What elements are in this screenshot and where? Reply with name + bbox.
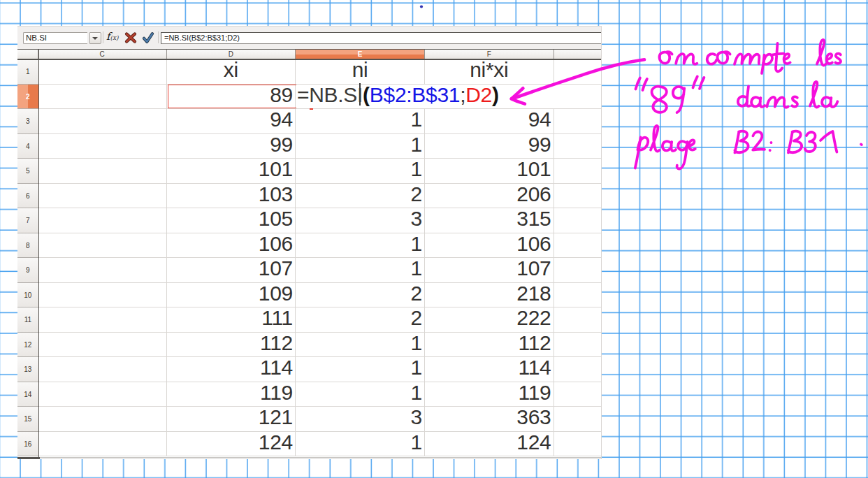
cell-f11[interactable]: 222 <box>425 307 554 333</box>
cell-f1[interactable]: ni*xi <box>425 59 554 85</box>
row-header-6[interactable]: 6 <box>17 184 38 209</box>
cell-e4[interactable]: 1 <box>296 134 425 159</box>
cell-f5[interactable]: 101 <box>425 159 554 184</box>
cell-e11[interactable]: 2 <box>296 307 425 333</box>
cell-c3[interactable] <box>38 109 167 134</box>
cell-e14[interactable]: 1 <box>296 382 425 407</box>
cell-d7[interactable]: 105 <box>167 208 296 233</box>
cell-d12[interactable]: 112 <box>167 333 296 358</box>
cell-e3[interactable]: 1 <box>296 109 425 134</box>
cell-g4[interactable] <box>554 134 602 159</box>
cell-d1[interactable]: xi <box>167 59 296 85</box>
row-header-10[interactable]: 10 <box>17 283 38 308</box>
cell-c2[interactable] <box>38 85 167 110</box>
cell-e13[interactable]: 1 <box>296 357 425 382</box>
cell-f12[interactable]: 112 <box>425 333 554 358</box>
cell-e10[interactable]: 2 <box>296 283 425 308</box>
cell-c7[interactable] <box>38 208 167 233</box>
accept-button[interactable] <box>140 29 157 46</box>
cell-g13[interactable] <box>554 357 602 382</box>
name-box-dropdown-button[interactable] <box>89 32 101 45</box>
name-box-input[interactable]: NB.SI <box>23 32 87 45</box>
cell-e8[interactable]: 1 <box>296 233 425 259</box>
row-header-14[interactable]: 14 <box>17 382 38 407</box>
cell-e16[interactable]: 1 <box>296 432 425 457</box>
cell-g16[interactable] <box>554 432 602 457</box>
cell-e12[interactable]: 1 <box>296 333 425 358</box>
row-header-4[interactable]: 4 <box>17 134 38 159</box>
cell-g1[interactable] <box>554 59 602 85</box>
cell-c8[interactable] <box>38 233 167 259</box>
function-wizard-button[interactable]: f(x) <box>106 30 120 45</box>
cell-e7[interactable]: 3 <box>296 208 425 233</box>
cell-e5[interactable]: 1 <box>296 159 425 184</box>
row-header-3[interactable]: 3 <box>17 109 38 134</box>
cell-c1[interactable] <box>38 59 167 85</box>
cell-e6[interactable]: 2 <box>296 184 425 209</box>
cell-d3[interactable]: 94 <box>167 109 296 134</box>
cell-c6[interactable] <box>38 184 167 209</box>
cell-d4[interactable]: 99 <box>167 134 296 159</box>
row-header-7[interactable]: 7 <box>17 208 38 233</box>
cell-f3[interactable]: 94 <box>425 109 554 134</box>
cell-g5[interactable] <box>554 159 602 184</box>
cell-g15[interactable] <box>554 407 602 432</box>
cell-c10[interactable] <box>38 283 167 308</box>
cell-f13[interactable]: 114 <box>425 357 554 382</box>
cell-g7[interactable] <box>554 208 602 233</box>
row-header-8[interactable]: 8 <box>17 233 38 259</box>
cell-d14[interactable]: 119 <box>167 382 296 407</box>
row-header-5[interactable]: 5 <box>17 159 38 184</box>
cell-d10[interactable]: 109 <box>167 283 296 308</box>
cell-f4[interactable]: 99 <box>425 134 554 159</box>
select-all-corner[interactable] <box>17 50 38 59</box>
cell-d15[interactable]: 121 <box>167 407 296 432</box>
row-header-1[interactable]: 1 <box>17 59 38 85</box>
cell-g11[interactable] <box>554 307 602 333</box>
row-header-13[interactable]: 13 <box>17 357 38 382</box>
cell-g12[interactable] <box>554 333 602 358</box>
cell-d6[interactable]: 103 <box>167 184 296 209</box>
cell-d13[interactable]: 114 <box>167 357 296 382</box>
cell-g8[interactable] <box>554 233 602 259</box>
cell-c16[interactable] <box>38 432 167 457</box>
row-header-11[interactable]: 11 <box>17 307 38 333</box>
cell-f16[interactable]: 124 <box>425 432 554 457</box>
cell-c5[interactable] <box>38 159 167 184</box>
cell-edit-overlay[interactable]: =NB.SI(B$2:B$31;D2) <box>296 85 601 109</box>
cell-g9[interactable] <box>554 258 602 283</box>
cell-c9[interactable] <box>38 258 167 283</box>
row-header-16[interactable]: 16 <box>17 432 38 457</box>
cell-c15[interactable] <box>38 407 167 432</box>
cell-d9[interactable]: 107 <box>167 258 296 283</box>
cell-f7[interactable]: 315 <box>425 208 554 233</box>
cell-d5[interactable]: 101 <box>167 159 296 184</box>
cell-g10[interactable] <box>554 283 602 308</box>
cell-g6[interactable] <box>554 184 602 209</box>
cell-f14[interactable]: 119 <box>425 382 554 407</box>
cell-f9[interactable]: 107 <box>425 258 554 283</box>
cell-g14[interactable] <box>554 382 602 407</box>
cell-c14[interactable] <box>38 382 167 407</box>
column-header-g-partial[interactable] <box>554 50 602 59</box>
cell-f15[interactable]: 363 <box>425 407 554 432</box>
column-header-c[interactable]: C <box>38 50 167 59</box>
cell-f6[interactable]: 206 <box>425 184 554 209</box>
cell-c4[interactable] <box>38 134 167 159</box>
cell-c11[interactable] <box>38 307 167 333</box>
cell-g3[interactable] <box>554 109 602 134</box>
row-header-15[interactable]: 15 <box>17 407 38 432</box>
formula-input[interactable]: =NB.SI(B$2:B$31;D2) <box>161 32 602 44</box>
row-header-9[interactable]: 9 <box>17 258 38 283</box>
cell-e15[interactable]: 3 <box>296 407 425 432</box>
cell-c13[interactable] <box>38 357 167 382</box>
cell-f8[interactable]: 106 <box>425 233 554 259</box>
cell-e9[interactable]: 1 <box>296 258 425 283</box>
cancel-button[interactable] <box>122 29 139 46</box>
cell-f10[interactable]: 218 <box>425 283 554 308</box>
cell-d8[interactable]: 106 <box>167 233 296 259</box>
cell-e1[interactable]: ni <box>296 59 425 85</box>
row-header-12[interactable]: 12 <box>17 333 38 358</box>
cell-d16[interactable]: 124 <box>167 432 296 457</box>
cell-d11[interactable]: 111 <box>167 307 296 333</box>
